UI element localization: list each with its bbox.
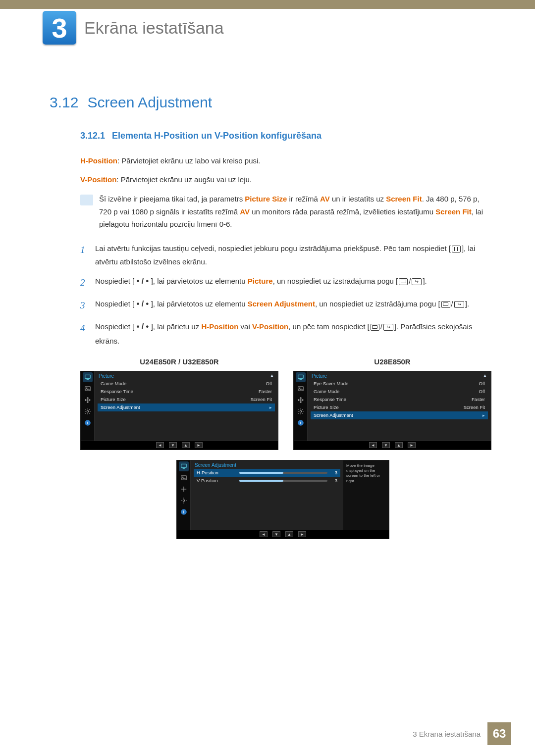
osd-item-value: ▸: [482, 413, 485, 418]
osd-list: Eye Saver Mode OffGame Mode OffResponse …: [308, 380, 491, 422]
chapter-title: Ekrāna iestatīšana: [84, 18, 224, 38]
osd-item-label: V-Position: [197, 478, 236, 483]
osd-title: Picture: [99, 373, 114, 379]
move-icon: [296, 395, 306, 405]
picture-icon: [296, 384, 306, 394]
select-icon: [441, 301, 450, 308]
svg-text:i: i: [87, 421, 88, 425]
osd-item-label: Response Time: [101, 389, 133, 394]
section-number: 3.12: [50, 94, 78, 111]
select-icon: [371, 324, 379, 331]
gear-icon: [179, 496, 189, 505]
subsection-title: Elementa H-Position un V-Position konfig…: [112, 131, 321, 141]
menu-icon: [452, 246, 461, 252]
step-4: 4 Nospiediet [ • / • ], lai pārietu uz H…: [80, 320, 485, 348]
osd-list: H-Position 3V-Position 3: [191, 469, 343, 488]
footer-text: 3 Ekrāna iestatīšana: [413, 730, 481, 738]
step-2: 2 Nospiediet [ • / • ], lai pārvietotos …: [80, 274, 485, 291]
section-title: Screen Adjustment: [87, 94, 212, 111]
nav-up-icon: ▲: [395, 442, 403, 448]
svg-rect-12: [181, 464, 186, 467]
hposition-description: H-Position: Pārvietojiet ekrānu uz labo …: [80, 155, 485, 167]
osd-item-value: 3: [330, 470, 337, 475]
osd-row: Eye Saver Mode Off: [311, 380, 488, 388]
step-number: 2: [80, 274, 88, 291]
osd-row: Game Mode Off: [311, 388, 488, 396]
move-icon: [83, 395, 93, 405]
step-number: 4: [80, 320, 88, 348]
info-icon: i: [179, 507, 189, 517]
osd-row: Response Time Faster: [98, 388, 275, 396]
hposition-label: H-Position: [80, 156, 117, 165]
osd-item-value: Off: [479, 381, 485, 386]
osd-help-panel: Move the image displayed on the screen t…: [343, 460, 389, 530]
osd-nav-bar: ◄ ▼ ▲ ►: [177, 530, 389, 539]
top-color-bar: [0, 0, 535, 9]
vposition-text: : Pārvietojiet ekrānu uz augšu vai uz le…: [116, 175, 252, 184]
picture-icon: [179, 473, 189, 483]
svg-text:i: i: [183, 510, 184, 514]
nav-up-icon: ▲: [285, 531, 293, 537]
osd-title: Picture: [312, 373, 327, 379]
nav-right-icon: ►: [408, 442, 416, 448]
nav-left-icon: ◄: [156, 442, 164, 448]
svg-point-9: [300, 410, 302, 412]
osd-slider-row: V-Position 3: [194, 477, 340, 485]
info-icon: i: [83, 418, 93, 428]
osd-item-label: H-Position: [197, 470, 236, 475]
steps-list: 1 Lai atvērtu funkcijas taustiņu ceļvedi…: [80, 242, 485, 348]
osd-item-label: Picture Size: [101, 397, 126, 402]
osd-sidebar: i: [177, 460, 191, 530]
osd-item-label: Response Time: [314, 397, 346, 402]
osd-slider: [239, 472, 327, 474]
monitor-icon: [83, 372, 93, 382]
osd-left-label: U24E850R / U32E850R: [80, 357, 278, 366]
svg-text:i: i: [300, 421, 301, 425]
osd-right-label: U28E850R: [293, 357, 491, 366]
osd-row: Picture Size Screen Fit: [98, 396, 275, 403]
osd-sidebar: i: [81, 371, 95, 441]
gear-icon: [83, 406, 93, 416]
osd-slider: [239, 480, 327, 482]
osd-item-value: 3: [330, 478, 337, 483]
osd-row: Screen Adjustment ▸: [311, 411, 488, 419]
page-header: 3 Ekrāna iestatīšana: [0, 11, 535, 45]
subsection-heading: 3.12.1 Elementa H-Position un V-Position…: [80, 131, 485, 141]
note-block: Šī izvēlne ir pieejama tikai tad, ja par…: [80, 193, 485, 231]
section-heading: 3.12 Screen Adjustment: [50, 94, 485, 111]
nav-down-icon: ▼: [169, 442, 177, 448]
picture-icon: [83, 384, 93, 394]
chapter-number-badge: 3: [43, 11, 76, 45]
gear-icon: [296, 406, 306, 416]
osd-item-label: Screen Adjustment: [101, 404, 140, 410]
move-icon: [179, 484, 189, 494]
nav-down-icon: ▼: [382, 442, 390, 448]
nav-down-icon: ▼: [272, 531, 280, 537]
osd-item-label: Picture Size: [314, 404, 339, 410]
osd-item-value: Off: [479, 389, 485, 394]
osd-row: Picture Size Screen Fit: [311, 403, 488, 411]
svg-point-15: [183, 500, 185, 502]
scroll-up-icon: ▲: [483, 373, 487, 379]
note-icon: [80, 195, 93, 205]
info-icon: i: [296, 418, 306, 428]
nav-up-icon: ▲: [182, 442, 190, 448]
osd-row: Screen Adjustment ▸: [98, 403, 275, 411]
nav-left-icon: ◄: [369, 442, 377, 448]
page-number: 63: [487, 722, 511, 745]
osd-item-value: Screen Fit: [464, 404, 485, 410]
nav-left-icon: ◄: [260, 531, 268, 537]
osd-menu-right: i Picture▲ Eye Saver Mode OffGame Mode O…: [293, 371, 491, 450]
note-text: Šī izvēlne ir pieejama tikai tad, ja par…: [99, 193, 485, 231]
osd-item-value: ▸: [269, 405, 272, 410]
osd-menu-center: i Screen Adjustment H-Position 3V-Positi…: [176, 460, 389, 539]
step-3: 3 Nospiediet [ • / • ], lai pārvietotos …: [80, 297, 485, 314]
osd-row: Game Mode Off: [98, 380, 275, 388]
scroll-up-icon: ▲: [270, 373, 274, 379]
vposition-description: V-Position: Pārvietojiet ekrānu uz augšu…: [80, 174, 485, 186]
osd-item-value: Faster: [259, 389, 272, 394]
osd-nav-bar: ◄ ▼ ▲ ►: [81, 441, 278, 450]
osd-screenshots-row: U24E850R / U32E850R i Picture▲ Game Mode…: [80, 357, 485, 450]
osd-item-label: Game Mode: [101, 381, 126, 386]
step-number: 3: [80, 297, 88, 314]
